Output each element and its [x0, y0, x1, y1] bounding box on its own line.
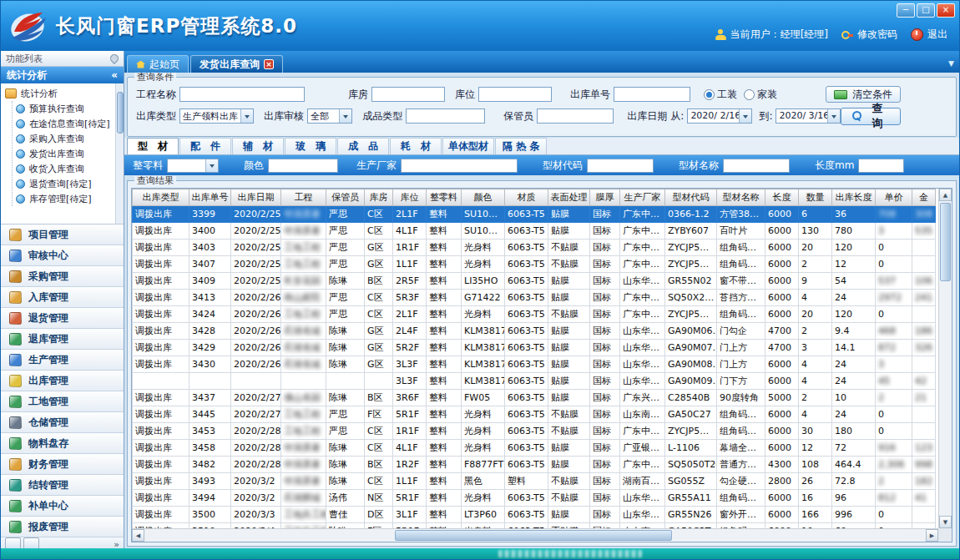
sidebar-accordion-item[interactable]: 工地管理	[1, 391, 124, 412]
column-header[interactable]: 库房	[365, 189, 393, 206]
horizontal-scroll-thumb[interactable]	[395, 530, 672, 541]
column-header[interactable]: 保管员	[326, 189, 365, 206]
column-header[interactable]: 长度	[765, 189, 799, 206]
from-date-picker[interactable]: 2020/ 2/16	[687, 108, 752, 124]
table-row[interactable]: 调拨出库34002020/2/25华润原著严思C区4L1F整料SU10…6063…	[133, 223, 936, 240]
material-tab[interactable]: 耗 材	[390, 138, 442, 154]
tree-item[interactable]: 收货入库查询	[16, 161, 115, 176]
column-header[interactable]: 整零料	[427, 189, 462, 206]
tree-scrollbar[interactable]	[115, 83, 124, 224]
clear-conditions-button[interactable]: 清空条件	[826, 86, 901, 103]
column-header[interactable]: 生产厂家	[620, 189, 665, 206]
current-user[interactable]: 当前用户：经理[经理]	[715, 28, 828, 42]
profile-name-input[interactable]	[723, 159, 790, 173]
vertical-scroll-thumb[interactable]	[940, 203, 951, 281]
sidebar-accordion-item[interactable]: 仓储管理	[1, 412, 124, 433]
chevron-down-icon[interactable]	[827, 109, 840, 123]
table-row[interactable]: 调拨出库34282020/2/26石湖名城陈琳G区2L4F整料KLM381760…	[133, 323, 936, 340]
table-row[interactable]: 调拨出库35002020/3/3工地共工程曹佳D区3L1F整料LT3P60606…	[133, 507, 936, 523]
table-row[interactable]: 调拨出库34532020/2/28工地工程严思C区1R1F整料光身料6063-T…	[133, 423, 936, 440]
length-input[interactable]	[858, 159, 904, 173]
collapse-icon[interactable]: «	[111, 69, 118, 81]
audit-select[interactable]: 全部	[307, 108, 352, 124]
material-tab[interactable]: 玻 璃	[285, 138, 336, 154]
sidebar-accordion-item[interactable]: 报废管理	[1, 517, 124, 537]
close-button[interactable]: ×	[937, 3, 955, 18]
tree-item[interactable]: 退货查询[待定]	[16, 176, 115, 191]
minimize-button[interactable]: −	[897, 3, 915, 18]
vertical-scrollbar[interactable]: ▲ ▼	[938, 189, 952, 528]
project-name-input[interactable]	[179, 87, 305, 102]
outbound-type-select[interactable]: 生产领料出库	[179, 108, 254, 124]
tree-item[interactable]: 库存管理[待定]	[16, 191, 115, 206]
material-tab[interactable]: 单体型材	[442, 138, 494, 154]
column-header[interactable]: 膜厚	[590, 189, 620, 206]
column-header[interactable]: 型材代码	[665, 189, 717, 206]
chevron-down-icon[interactable]	[205, 159, 218, 172]
table-row[interactable]: 调拨出库34092020/2/25长安花园陈琳B区2R5F整料LI35HO606…	[133, 273, 936, 290]
tree-item[interactable]: 采购入库查询	[16, 131, 115, 146]
table-row[interactable]: 调拨出库34132020/2/26南山庭院严思C区5R3F整料G71422606…	[133, 290, 936, 306]
column-header[interactable]: 库位	[393, 189, 427, 206]
maximize-button[interactable]: □	[917, 3, 935, 18]
pin-icon[interactable]	[109, 53, 120, 64]
sidebar-accordion-item[interactable]: 入库管理	[1, 287, 124, 308]
material-tab[interactable]: 辅 材	[232, 138, 284, 154]
radio-gongzhuang[interactable]: 工装	[704, 88, 737, 102]
tree-item[interactable]: 预算执行查询	[16, 101, 115, 116]
keeper-input[interactable]	[537, 108, 614, 124]
table-row[interactable]: 调拨出库34372020/2/27佛山名园陈琳B区3R6F整料FW056063-…	[133, 390, 936, 406]
sidebar-accordion-item[interactable]: 退库管理	[1, 329, 124, 350]
column-header[interactable]: 型材名称	[717, 189, 765, 206]
scroll-left-icon[interactable]: ◀	[132, 529, 144, 542]
tab-list-caret-icon[interactable]: ▼	[948, 59, 954, 68]
material-tab[interactable]: 成 品	[337, 138, 389, 154]
table-row[interactable]: 调拨出库34292020/2/26石湖名城陈琳G区5R2F整料KLM381760…	[133, 340, 936, 356]
tab-close-icon[interactable]: ×	[264, 59, 274, 69]
horizontal-scrollbar[interactable]: ◀ ▶	[132, 528, 938, 542]
chevron-down-icon[interactable]	[240, 109, 253, 123]
order-no-input[interactable]	[614, 87, 690, 102]
table-row[interactable]: 调拨出库34242020/2/26工地工程严思C区2L1F整料光身料6063-T…	[133, 306, 936, 323]
column-header[interactable]: 出库日期	[231, 189, 281, 206]
column-header[interactable]: 出库长度	[832, 189, 876, 206]
column-header[interactable]: 颜色	[462, 189, 505, 206]
scroll-up-icon[interactable]: ▲	[939, 189, 952, 201]
tree-scroll-thumb[interactable]	[117, 92, 124, 134]
product-type-input[interactable]	[406, 108, 485, 124]
change-password-button[interactable]: 修改密码	[841, 28, 897, 42]
sidebar-accordion-item[interactable]: 结转管理	[1, 475, 124, 496]
chevron-down-icon[interactable]	[739, 109, 751, 123]
sidebar-section-header[interactable]: 统计分析 «	[1, 67, 124, 83]
column-header[interactable]: 单价	[876, 189, 912, 206]
search-button[interactable]: 查 询	[841, 108, 901, 125]
table-row[interactable]: 调拨出库34942020/3/2石湖辉城汤伟N区5R1F整料光身料6063-T5…	[133, 490, 936, 507]
table-row[interactable]: 3L3F整料KLM38176063-T5贴膜国标山东华…GA90M09…门下方6…	[133, 373, 936, 390]
table-row[interactable]: 调拨出库34072020/2/25工地工程严思G区1L1F整料光身料6063-T…	[133, 256, 936, 273]
tree-item[interactable]: 在途信息查询[待定]	[16, 116, 115, 131]
table-row[interactable]: 调拨出库34032020/2/25工地工程严思G区1R1F整料光身料6063-T…	[133, 240, 936, 256]
manufacturer-input[interactable]	[401, 159, 518, 173]
table-row[interactable]: 调拨出库34582020/2/28华润原著陈琳C区4L1F整料光身料6063-T…	[133, 440, 936, 457]
radio-jiazhuang[interactable]: 家装	[744, 88, 777, 102]
scroll-down-icon[interactable]: ▼	[939, 516, 952, 528]
color-input[interactable]	[268, 159, 338, 173]
table-row[interactable]: 调拨出库34822020/2/28华润原著陈琳B区1R2F整料F8877FT60…	[133, 457, 936, 473]
material-tab[interactable]: 隔 热 条	[495, 138, 547, 154]
table-row[interactable]: 调拨出库34302020/2/26石湖名城陈琳G区3L3F整料KLM381760…	[133, 356, 936, 373]
column-header[interactable]: 材质	[505, 189, 548, 206]
tree-item[interactable]: 发货出库查询	[16, 146, 115, 161]
column-header[interactable]: 数量	[799, 189, 832, 206]
tab-home[interactable]: 起始页	[127, 55, 189, 73]
table-row[interactable]: 调拨出库33992020/2/25华润原著严思C区2L1F整料SU10…6063…	[133, 206, 936, 223]
material-tab[interactable]: 型 材	[127, 138, 179, 154]
vertical-scroll-track[interactable]	[939, 201, 952, 516]
location-input[interactable]	[478, 87, 552, 102]
column-header[interactable]: 工程	[281, 189, 326, 206]
sidebar-accordion-item[interactable]: 退货管理	[1, 308, 124, 329]
sidebar-accordion-item[interactable]: 采购管理	[1, 266, 124, 287]
column-header[interactable]: 金	[912, 189, 936, 206]
horizontal-scroll-track[interactable]	[144, 529, 926, 542]
sidebar-accordion-item[interactable]: 财务管理	[1, 454, 124, 475]
warehouse-input[interactable]	[371, 87, 445, 102]
